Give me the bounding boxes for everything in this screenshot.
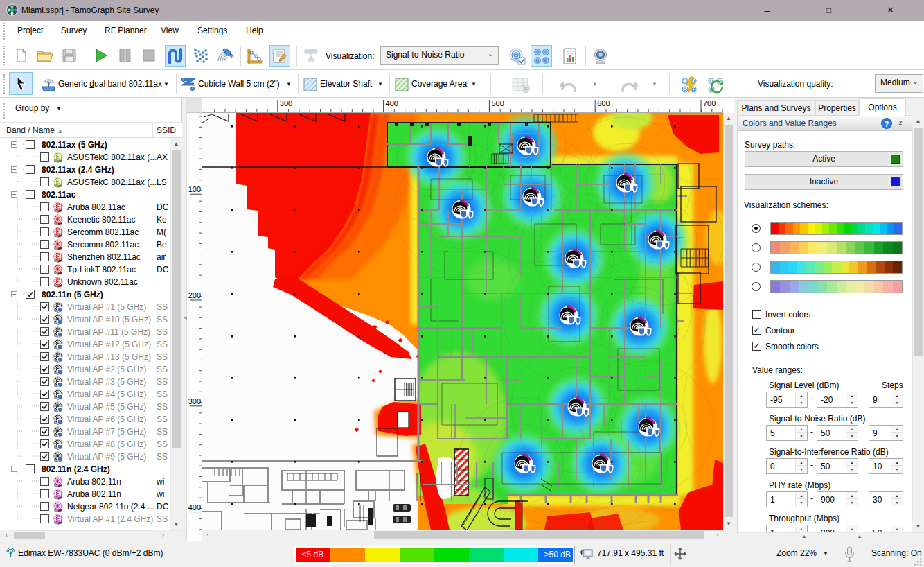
svg-text:400: 400: [386, 99, 398, 107]
svg-text:300: 300: [280, 99, 292, 107]
svg-text:600: 600: [597, 99, 610, 107]
svg-text:200: 200: [188, 291, 201, 299]
svg-text:300: 300: [188, 397, 201, 405]
svg-text:500: 500: [491, 99, 504, 107]
svg-text:700: 700: [703, 99, 716, 107]
svg-text:400: 400: [188, 503, 201, 512]
svg-text:100: 100: [188, 185, 201, 193]
